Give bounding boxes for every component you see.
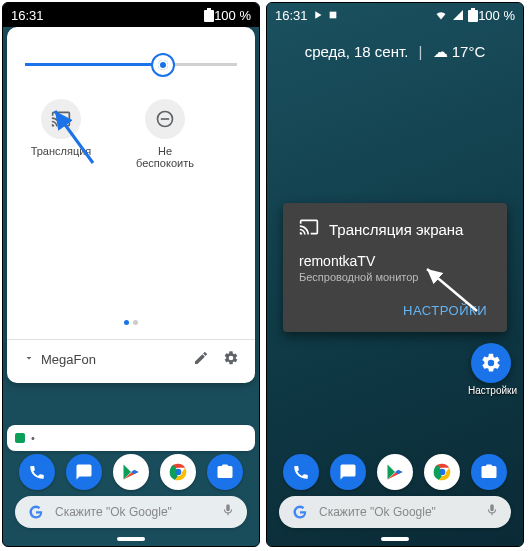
status-time: 16:31 [275,8,308,23]
camera-app[interactable] [207,454,243,490]
chrome-app[interactable] [160,454,196,490]
status-bar: 16:31 100 % [267,3,523,27]
google-icon [291,503,309,521]
battery-icon [468,8,478,22]
tile-dnd[interactable]: Не беспокоить [129,99,201,169]
search-bar[interactable]: Скажите "Ok Google" [279,496,511,528]
dnd-icon [145,99,185,139]
battery-text: 100 % [478,8,515,23]
brightness-slider[interactable] [25,53,237,77]
cast-dialog-title: Трансляция экрана [329,221,463,238]
messages-app[interactable] [330,454,366,490]
carrier-label: MegaFon [41,352,96,367]
battery-text: 100 % [214,8,251,23]
weather-icon: ☁ [433,43,448,60]
date-text: среда, 18 сент. [305,43,409,60]
tile-cast[interactable]: Трансляция [25,99,97,169]
mic-icon[interactable] [485,503,499,521]
search-bar[interactable]: Скажите "Ok Google" [15,496,247,528]
google-icon [27,503,45,521]
system-notif-icon [328,10,338,20]
tile-dnd-label: Не беспокоить [129,145,201,169]
cast-icon [41,99,81,139]
navigation-bar[interactable] [267,532,523,546]
wifi-icon [434,9,448,21]
app-badge-icon [15,433,25,443]
svg-rect-1 [161,118,169,120]
status-bar: 16:31 100 % [3,3,259,27]
phone-right: 16:31 100 % среда, 18 сент. | ☁ 17°C Тра… [266,2,524,547]
phone-app[interactable] [19,454,55,490]
date-weather-widget[interactable]: среда, 18 сент. | ☁ 17°C [267,43,523,61]
qs-footer: MegaFon [21,340,241,375]
svg-rect-5 [329,12,336,19]
settings-shortcut[interactable] [471,343,511,383]
cast-device-subtitle: Беспроводной монитор [299,271,491,283]
play-store-app[interactable] [113,454,149,490]
phone-app[interactable] [283,454,319,490]
signal-icon [452,9,464,21]
tile-cast-label: Трансляция [31,145,92,157]
battery-icon [204,8,214,22]
search-placeholder: Скажите "Ok Google" [319,505,485,519]
navigation-bar[interactable] [3,532,259,546]
cast-icon [299,217,319,241]
status-time: 16:31 [11,8,44,23]
mic-icon[interactable] [221,503,235,521]
phone-left: 16:31 100 % Трансляция Не беспокоить [2,2,260,547]
app-dock [3,454,259,490]
chrome-app[interactable] [424,454,460,490]
quick-settings-panel: Трансляция Не беспокоить MegaFon [7,27,255,383]
notification-item[interactable]: • [7,425,255,451]
search-placeholder: Скажите "Ok Google" [55,505,221,519]
brightness-thumb[interactable] [151,53,175,77]
cast-settings-button[interactable]: НАСТРОЙКИ [399,297,491,324]
notification-dot: • [31,432,35,444]
app-dock [267,454,523,490]
messages-app[interactable] [66,454,102,490]
pager-dots [21,311,241,329]
play-store-notif-icon [314,10,324,20]
cast-dialog: Трансляция экрана remontkaTV Беспроводно… [283,203,507,332]
gear-icon[interactable] [223,350,239,369]
edit-icon[interactable] [193,350,209,369]
play-store-app[interactable] [377,454,413,490]
settings-shortcut-label: Настройки [468,385,517,396]
chevron-down-icon[interactable] [23,352,35,367]
camera-app[interactable] [471,454,507,490]
weather-text: 17°C [452,43,486,60]
cast-device-name[interactable]: remontkaTV [299,253,491,269]
